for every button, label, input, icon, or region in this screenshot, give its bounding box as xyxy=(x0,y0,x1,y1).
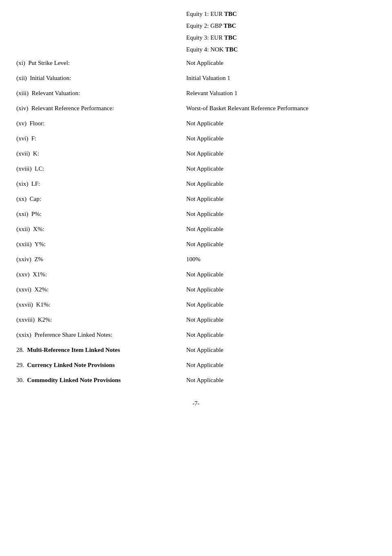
label-xiii: (xiii) Relevant Valuation: xyxy=(16,90,178,97)
row-xxix: (xxix) Preference Share Linked Notes: No… xyxy=(16,327,376,342)
row-xxiv: (xxiv) Z% 100% xyxy=(16,252,376,267)
equity-line-4: Equity 4: NOK TBC xyxy=(186,44,376,56)
label-28: 28. Multi-Reference Item Linked Notes xyxy=(16,347,178,354)
label-xxviii: (xxviii) K2%: xyxy=(16,316,178,323)
value-xxvii: Not Applicable xyxy=(178,301,376,308)
label-xii: (xii) Initial Valuation: xyxy=(16,75,178,82)
label-29: 29. Currency Linked Note Provisions xyxy=(16,362,178,369)
value-xxiv: 100% xyxy=(178,256,376,263)
label-xviii: (xviii) LC: xyxy=(16,165,178,172)
label-xxiii: (xxiii) Y%: xyxy=(16,241,178,248)
label-xxv: (xxv) X1%: xyxy=(16,271,178,278)
equity-lines: Equity 1: EUR TBC Equity 2: GBP TBC Equi… xyxy=(178,8,376,56)
row-30: 30. Commodity Linked Note Provisions Not… xyxy=(16,373,376,388)
value-xxviii: Not Applicable xyxy=(178,316,376,323)
row-xviii: (xviii) LC: Not Applicable xyxy=(16,161,376,176)
value-xix: Not Applicable xyxy=(178,180,376,187)
equity-section: Equity 1: EUR TBC Equity 2: GBP TBC Equi… xyxy=(16,8,376,56)
value-xviii: Not Applicable xyxy=(178,165,376,172)
row-xxvii: (xxvii) K1%: Not Applicable xyxy=(16,297,376,312)
row-xiv: (xiv) Relevant Reference Performance: Wo… xyxy=(16,101,376,116)
row-xix: (xix) LF: Not Applicable xyxy=(16,176,376,191)
label-xxvi: (xxvi) X2%: xyxy=(16,286,178,293)
value-xxix: Not Applicable xyxy=(178,331,376,338)
label-30: 30. Commodity Linked Note Provisions xyxy=(16,377,178,384)
label-xxix: (xxix) Preference Share Linked Notes: xyxy=(16,331,178,338)
equity-line-2: Equity 2: GBP TBC xyxy=(186,20,376,32)
value-xxiii: Not Applicable xyxy=(178,241,376,248)
equity-line-3: Equity 3: EUR TBC xyxy=(186,32,376,44)
row-xxviii: (xxviii) K2%: Not Applicable xyxy=(16,312,376,327)
row-xvi: (xvi) F: Not Applicable xyxy=(16,131,376,146)
label-xvii: (xvii) K: xyxy=(16,150,178,157)
row-xxi: (xxi) P%: Not Applicable xyxy=(16,207,376,222)
value-xi: Not Applicable xyxy=(178,60,376,67)
label-xi: (xi) Put Strike Level: xyxy=(16,60,178,67)
value-xvi: Not Applicable xyxy=(178,135,376,142)
label-xxii: (xxii) X%: xyxy=(16,226,178,233)
label-xvi: (xvi) F: xyxy=(16,135,178,142)
value-xx: Not Applicable xyxy=(178,196,376,202)
row-xxv: (xxv) X1%: Not Applicable xyxy=(16,267,376,282)
value-xxi: Not Applicable xyxy=(178,211,376,218)
page-number: -7- xyxy=(16,400,376,407)
label-xix: (xix) LF: xyxy=(16,180,178,187)
row-29: 29. Currency Linked Note Provisions Not … xyxy=(16,358,376,373)
value-xii: Initial Valuation 1 xyxy=(178,75,376,82)
label-xxvii: (xxvii) K1%: xyxy=(16,301,178,308)
value-xiii: Relevant Valuation 1 xyxy=(178,90,376,97)
value-xxii: Not Applicable xyxy=(178,226,376,233)
label-xiv: (xiv) Relevant Reference Performance: xyxy=(16,105,178,112)
value-xxv: Not Applicable xyxy=(178,271,376,278)
value-xxvi: Not Applicable xyxy=(178,286,376,293)
row-28: 28. Multi-Reference Item Linked Notes No… xyxy=(16,342,376,358)
value-xv: Not Applicable xyxy=(178,120,376,127)
row-xx: (xx) Cap: Not Applicable xyxy=(16,191,376,207)
row-xi: (xi) Put Strike Level: Not Applicable xyxy=(16,56,376,71)
document-content: Equity 1: EUR TBC Equity 2: GBP TBC Equi… xyxy=(16,8,376,407)
label-xxi: (xxi) P%: xyxy=(16,211,178,218)
row-xiii: (xiii) Relevant Valuation: Relevant Valu… xyxy=(16,86,376,101)
row-xxiii: (xxiii) Y%: Not Applicable xyxy=(16,237,376,252)
row-xxvi: (xxvi) X2%: Not Applicable xyxy=(16,282,376,297)
value-xiv: Worst-of Basket Relevant Reference Perfo… xyxy=(178,105,376,112)
value-30: Not Applicable xyxy=(178,377,376,384)
value-xvii: Not Applicable xyxy=(178,150,376,157)
row-xxii: (xxii) X%: Not Applicable xyxy=(16,222,376,237)
row-xv: (xv) Floor: Not Applicable xyxy=(16,116,376,131)
label-xv: (xv) Floor: xyxy=(16,120,178,127)
value-29: Not Applicable xyxy=(178,362,376,369)
label-xx: (xx) Cap: xyxy=(16,196,178,202)
row-xvii: (xvii) K: Not Applicable xyxy=(16,146,376,161)
label-xxiv: (xxiv) Z% xyxy=(16,256,178,263)
equity-line-1: Equity 1: EUR TBC xyxy=(186,8,376,20)
value-28: Not Applicable xyxy=(178,347,376,354)
row-xii: (xii) Initial Valuation: Initial Valuati… xyxy=(16,71,376,86)
